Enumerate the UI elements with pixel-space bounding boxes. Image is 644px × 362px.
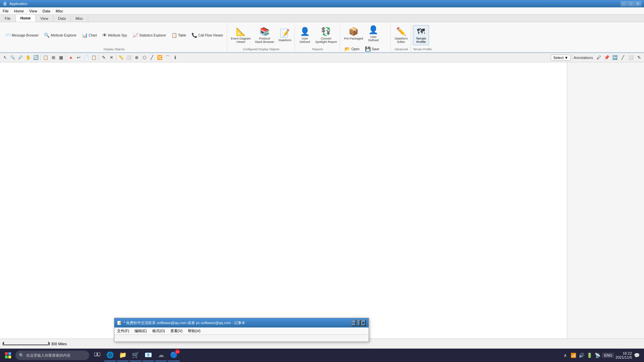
terrain-profile-items: 🗺 Terrain Profile [413, 23, 432, 47]
title-text: Application [9, 2, 28, 6]
layer-tool[interactable]: 📋 [42, 54, 49, 61]
minimize-button[interactable]: ─ [621, 1, 627, 6]
annotation-tool-4[interactable]: ╱ [619, 54, 627, 61]
file-explorer-btn[interactable]: 📁 [117, 349, 129, 361]
open-btn[interactable]: 📂 Open [342, 46, 362, 52]
notepad-minimize-btn[interactable]: ─ [352, 320, 356, 326]
notepad-menu-help[interactable]: 帮助(H) [185, 327, 203, 335]
menu-view[interactable]: View [26, 7, 40, 14]
select-button[interactable]: Select ▼ [551, 55, 570, 61]
chart-btn[interactable]: 📊 Chart [79, 32, 99, 39]
tab-home[interactable]: Home [16, 15, 36, 22]
svg-rect-5 [98, 353, 100, 356]
network-icon[interactable]: 📶 [570, 353, 577, 358]
user-defined-layout-btn[interactable]: 👤 User Defined [365, 23, 381, 44]
save-btn[interactable]: 💾 Save [363, 46, 382, 52]
close-button[interactable]: ✕ [635, 1, 641, 6]
terrain-profile-btn[interactable]: 🗺 Terrain Profile [413, 25, 429, 45]
grid-tool[interactable]: ⊞ [50, 54, 57, 61]
annotation-tool-6[interactable]: ✎ [635, 54, 643, 61]
notepad-menu-file[interactable]: 文件(F) [114, 327, 132, 335]
maximize-button[interactable]: □ [628, 1, 634, 6]
wifi-icon[interactable]: 📡 [594, 353, 601, 358]
statistics-explorer-btn[interactable]: 📈 Statistics Explorer [130, 32, 168, 39]
table-tool[interactable]: ▦ [57, 54, 65, 61]
stateform-btn[interactable]: 📝 Stateform [277, 25, 293, 45]
info-tool[interactable]: ℹ [171, 54, 179, 61]
notepad-win-controls: ─ □ ✕ [352, 320, 366, 326]
copy-tool[interactable]: 📄 [83, 54, 90, 61]
protocol-stack-browser-btn[interactable]: 📚 Protocol Stack Browser [253, 25, 276, 45]
menu-home[interactable]: Home [11, 7, 26, 14]
sys-icons: ∧ 📶 🔊 🔋 📡 [562, 353, 601, 358]
notepad-menu-format[interactable]: 格式(O) [150, 327, 168, 335]
pan-tool[interactable]: ✋ [24, 54, 32, 61]
zoom-in-tool[interactable]: 🔍 [9, 54, 16, 61]
group-screen-layouts: 📦 Pre-Packaged 👤 User Defined 📂 Open 💾 S… [341, 23, 391, 52]
menu-data[interactable]: Data [40, 7, 53, 14]
measure-tool[interactable]: 📏 [117, 54, 125, 61]
menu-file[interactable]: File [0, 7, 11, 14]
table-btn[interactable]: 📋 Table [169, 32, 189, 39]
user-defined-report-btn[interactable]: 👤 User Defined [297, 25, 313, 45]
task-view-btn[interactable] [91, 349, 103, 361]
cloud-btn[interactable]: ☁ [155, 349, 167, 361]
language-selector[interactable]: ENG [602, 353, 614, 358]
point-tool[interactable]: ⊕ [133, 54, 140, 61]
app-btn[interactable]: 🔵 13 [168, 349, 180, 361]
annotation-tool-2[interactable]: 📌 [603, 54, 610, 61]
notepad-menu-edit[interactable]: 编辑(E) [132, 327, 150, 335]
call-flow-icon: 📞 [192, 33, 197, 38]
attribute-spy-btn[interactable]: 👁 Attribute Spy [100, 32, 129, 39]
menu-misc[interactable]: Misc [53, 7, 66, 14]
tab-file[interactable]: File [0, 15, 16, 22]
notepad-content-area [114, 335, 369, 342]
notepad-menu-view[interactable]: 查看(V) [168, 327, 185, 335]
battery-icon[interactable]: 🔋 [586, 353, 593, 358]
undo-tool[interactable]: ↩ [75, 54, 82, 61]
delete-tool[interactable]: ✕ [108, 54, 115, 61]
chart-icon: 📊 [82, 33, 88, 38]
store-btn[interactable]: 🛒 [129, 349, 142, 361]
annotation-tool-3[interactable]: 🔤 [611, 54, 619, 61]
antenna-tool[interactable]: ⌒ [164, 54, 171, 61]
advanced-items: ✏️ Stateform Editor [393, 23, 409, 47]
edge-browser-btn[interactable]: 🌐 [104, 349, 116, 361]
refresh-tool[interactable]: 🔄 [32, 54, 40, 61]
attribute-explorer-btn[interactable]: 🔍 Attribute Explorer [42, 32, 79, 39]
tab-view[interactable]: View [36, 15, 53, 22]
taskbar-search-box[interactable]: 🔍 在这里输入你要搜索的内容 [15, 351, 89, 360]
edit-tool[interactable]: ✎ [100, 54, 107, 61]
tab-misc[interactable]: Misc [71, 15, 88, 22]
start-button[interactable] [1, 349, 15, 361]
user-defined-layout-icon: 👤 [368, 25, 378, 35]
protocol-stack-label: Protocol Stack Browser [255, 37, 274, 44]
annotation-tool-5[interactable]: ⬜ [627, 54, 635, 61]
mail-btn[interactable]: 📧 [142, 349, 154, 361]
tab-data[interactable]: Data [53, 15, 71, 22]
chevron-up-icon[interactable]: ∧ [562, 353, 569, 358]
route-tool[interactable]: 🔀 [156, 54, 163, 61]
call-flow-viewer-btn[interactable]: 📞 Call Flow Viewer [189, 32, 225, 39]
paste-tool[interactable]: 📋 [90, 54, 98, 61]
speaker-icon[interactable]: 🔊 [578, 353, 585, 358]
annotation-tool-1[interactable]: 🖊 [595, 54, 602, 61]
line-tool[interactable]: ╱ [148, 54, 156, 61]
message-browser-btn[interactable]: 📨 Message Browser [3, 32, 41, 39]
title-bar: 🖥 Application ─ □ ✕ [0, 0, 644, 7]
stateform-editor-btn[interactable]: ✏️ Stateform Editor [393, 25, 409, 45]
ribbon-content: 📨 Message Browser 🔍 Attribute Explorer 📊… [0, 22, 644, 52]
pre-packaged-btn[interactable]: 📦 Pre-Packaged [342, 23, 365, 44]
event-diagram-viewer-btn[interactable]: 📐 Event Diagram Viewer [229, 25, 253, 45]
notepad-close-btn[interactable]: ✕ [361, 320, 366, 326]
filter-tool[interactable]: 🔺 [67, 54, 74, 61]
select-cursor-tool[interactable]: ↖ [1, 54, 9, 61]
taskbar-clock[interactable]: 16:22 2021/11/5 [615, 351, 632, 359]
notepad-maximize-btn[interactable]: □ [357, 320, 361, 326]
polygon-tool[interactable]: ⬡ [141, 54, 148, 61]
zoom-out-tool[interactable]: 🔎 [17, 54, 24, 61]
map-canvas[interactable] [0, 62, 567, 339]
area-tool[interactable]: ⬜ [125, 54, 132, 61]
convert-spotlight-btn[interactable]: 💱 Convert Spotlight Report [314, 25, 339, 45]
notification-icon[interactable]: 💬 [633, 353, 640, 358]
